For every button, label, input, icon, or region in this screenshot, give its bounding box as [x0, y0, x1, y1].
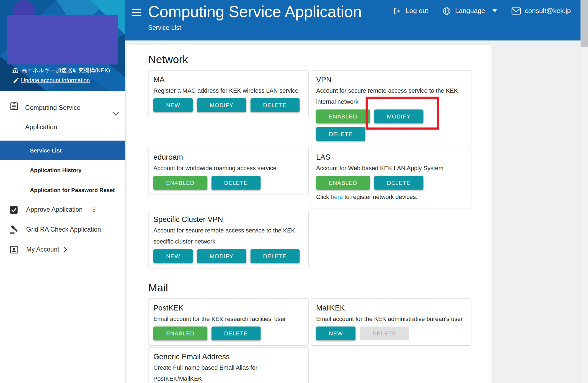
card-description: Create Full-name based Email Alias for P…: [153, 362, 303, 383]
sidebar-item-service-list[interactable]: Service List: [0, 141, 125, 160]
screenshot-viewport: 高エネルギー加速器研究機構(KEK) Update account inform…: [0, 0, 588, 383]
vpn-modify-button[interactable]: MODIFY: [374, 110, 423, 123]
sidebar-item-label: My Account: [26, 246, 59, 253]
card-description: Email account for the KEK research facil…: [153, 313, 303, 325]
sidebar-item-my-account[interactable]: My Account: [0, 240, 125, 260]
computing-service-application: 高エネルギー加速器研究機構(KEK) Update account inform…: [0, 0, 588, 383]
service-card-las: LAS Account for Web based KEK LAN Apply …: [311, 148, 471, 208]
content-area: Network MA Register a MAC address for KE…: [125, 40, 581, 383]
section-heading-mail: Mail: [148, 281, 471, 294]
top-header-bar: Computing Service Application Service Li…: [125, 0, 581, 40]
logout-button[interactable]: Log out: [393, 7, 428, 15]
header-titles: Computing Service Application Service Li…: [148, 2, 362, 32]
sidebar-item-application-history[interactable]: Application History: [0, 160, 125, 179]
organization-logo: [7, 15, 118, 64]
service-card-specific-cluster-vpn: Specific Cluster VPN Account for secure …: [148, 210, 309, 268]
vertical-scrollbar[interactable]: [581, 0, 588, 383]
service-card-generic-email-address: Generic Email Address Create Full-name b…: [148, 347, 309, 383]
postkek-enabled-button[interactable]: ENABLED: [153, 327, 207, 340]
logout-icon: [393, 7, 401, 15]
sidebar-item-label: Approve Application: [26, 206, 83, 213]
card-description: Account for worldwide roaming access ser…: [153, 163, 303, 174]
service-card-mailkek: MailKEK Email account for the KEK admini…: [311, 298, 471, 346]
service-card-ma: MA Register a MAC address for KEK wirele…: [148, 70, 309, 117]
eduroam-delete-button[interactable]: DELETE: [212, 176, 261, 190]
cluster-vpn-new-button[interactable]: NEW: [153, 249, 193, 263]
service-card-vpn: VPN Account for secure remote access ser…: [311, 70, 471, 146]
update-account-link[interactable]: Update account information: [21, 77, 90, 83]
service-list-panel: Network MA Register a MAC address for KE…: [126, 45, 491, 383]
sidebar-item-label: Application History: [30, 167, 81, 173]
page-title: Computing Service Application: [148, 2, 362, 21]
sidebar-item-approve-application[interactable]: Approve Application 3: [0, 200, 125, 220]
sidebar-item-grid-ra-check-application[interactable]: Grid RA Check Application: [0, 220, 125, 240]
cluster-vpn-delete-button[interactable]: DELETE: [250, 249, 300, 263]
card-buttons: ENABLED DELETE: [316, 176, 466, 190]
header-actions: Log out Language consult@kek.jp: [393, 0, 571, 22]
update-account-row[interactable]: Update account information: [14, 77, 90, 83]
sidebar-menu: Computing Service Application Service Li…: [0, 91, 125, 259]
pencil-icon: [14, 77, 19, 83]
network-cards-grid: MA Register a MAC address for KEK wirele…: [148, 70, 471, 268]
sidebar-group-computing-service-application[interactable]: Computing Service Application: [0, 91, 125, 141]
caret-down-icon: [492, 9, 497, 12]
contact-email-label: consult@kek.jp: [525, 7, 571, 15]
card-title: eduroam: [153, 152, 303, 162]
scrollbar-thumb[interactable]: [581, 0, 588, 47]
service-card-eduroam: eduroam Account for worldwide roaming ac…: [148, 148, 309, 195]
postkek-delete-button[interactable]: DELETE: [212, 327, 261, 340]
card-title: VPN: [316, 75, 466, 84]
card-buttons: NEW DELETE: [316, 327, 466, 344]
card-description: Account for Web based KEK LAN Apply Syst…: [316, 163, 466, 174]
sidebar-item-label: Application for Password Reset: [30, 187, 115, 193]
sidebar-group-label: Computing Service Application: [25, 98, 95, 137]
gavel-icon: [10, 225, 19, 234]
ma-modify-button[interactable]: MODIFY: [197, 98, 246, 112]
card-title: PostKEK: [153, 303, 303, 312]
hamburger-icon: [131, 9, 141, 16]
language-dropdown[interactable]: Language: [442, 7, 497, 15]
scaled-stage: 高エネルギー加速器研究機構(KEK) Update account inform…: [0, 0, 588, 383]
card-description: Register a MAC address for KEK wireless …: [153, 85, 303, 96]
card-buttons: NEW MODIFY DELETE: [153, 98, 303, 116]
main-column: Computing Service Application Service Li…: [125, 0, 581, 383]
las-delete-button[interactable]: DELETE: [374, 176, 423, 190]
clipboard-icon: [10, 102, 18, 137]
mailkek-delete-button-disabled: DELETE: [360, 327, 409, 340]
card-title: Generic Email Address: [153, 352, 303, 361]
card-title: MailKEK: [316, 303, 466, 312]
menu-button[interactable]: [131, 9, 141, 16]
note-text: Click: [316, 194, 331, 200]
section-heading-network: Network: [148, 53, 471, 66]
building-icon: [12, 68, 19, 73]
sidebar-hero: 高エネルギー加速器研究機構(KEK) Update account inform…: [0, 0, 125, 91]
check-square-icon: [10, 206, 19, 214]
las-enabled-button[interactable]: ENABLED: [316, 176, 370, 190]
ma-new-button[interactable]: NEW: [153, 98, 193, 112]
note-text: to register network devices.: [343, 194, 417, 200]
language-label: Language: [455, 7, 485, 15]
mailkek-new-button[interactable]: NEW: [316, 327, 356, 340]
service-card-postkek: PostKEK Email account for the KEK resear…: [148, 298, 309, 346]
card-buttons: ENABLED DELETE: [153, 327, 303, 344]
vpn-enabled-button[interactable]: ENABLED: [316, 110, 370, 123]
here-link[interactable]: here: [331, 194, 343, 200]
vpn-delete-button[interactable]: DELETE: [316, 127, 365, 141]
sidebar-item-label: Service List: [30, 147, 61, 154]
organization-name: 高エネルギー加速器研究機構(KEK): [21, 67, 110, 74]
breadcrumb: Service List: [148, 24, 362, 32]
contact-email[interactable]: consult@kek.jp: [511, 7, 571, 15]
mail-cards-grid: PostKEK Email account for the KEK resear…: [148, 298, 471, 383]
card-description: Account for secure remote access service…: [153, 225, 303, 247]
account-box-icon: [10, 245, 19, 254]
cluster-vpn-modify-button[interactable]: MODIFY: [197, 249, 246, 263]
chevron-down-icon: [112, 111, 119, 117]
las-register-note: Click here to register network devices.: [316, 193, 466, 202]
eduroam-enabled-button[interactable]: ENABLED: [153, 176, 207, 190]
ma-delete-button[interactable]: DELETE: [250, 98, 300, 112]
organization-row: 高エネルギー加速器研究機構(KEK): [12, 67, 110, 74]
mail-icon: [511, 7, 521, 14]
card-buttons: ENABLED DELETE: [153, 176, 303, 193]
sidebar-item-application-for-password-reset[interactable]: Application for Password Reset: [0, 180, 125, 200]
card-description: Email account for the KEK administrative…: [316, 313, 466, 325]
